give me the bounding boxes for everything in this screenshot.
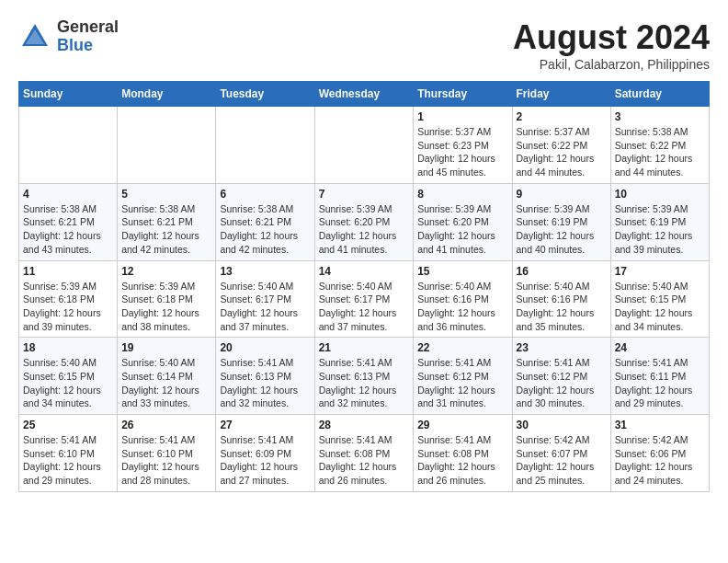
calendar-header: SundayMondayTuesdayWednesdayThursdayFrid… <box>19 82 710 107</box>
table-row: 22Sunrise: 5:41 AMSunset: 6:12 PMDayligh… <box>414 338 512 415</box>
day-number: 3 <box>615 110 705 123</box>
table-row <box>216 107 314 184</box>
day-info: Sunrise: 5:38 AMSunset: 6:21 PMDaylight:… <box>121 202 211 257</box>
day-number: 16 <box>517 265 607 278</box>
day-info: Sunrise: 5:41 AMSunset: 6:12 PMDaylight:… <box>417 356 507 410</box>
day-number: 15 <box>417 265 507 278</box>
day-number: 17 <box>615 265 705 278</box>
header-saturday: Saturday <box>610 82 709 107</box>
day-number: 5 <box>121 188 211 201</box>
day-number: 12 <box>121 265 211 278</box>
week-row-3: 11Sunrise: 5:39 AMSunset: 6:18 PMDayligh… <box>19 260 710 338</box>
logo-general-text: General <box>57 18 119 37</box>
calendar-table: SundayMondayTuesdayWednesdayThursdayFrid… <box>18 81 710 492</box>
day-info: Sunrise: 5:38 AMSunset: 6:21 PMDaylight:… <box>220 202 310 257</box>
day-info: Sunrise: 5:38 AMSunset: 6:22 PMDaylight:… <box>615 125 705 179</box>
table-row: 14Sunrise: 5:40 AMSunset: 6:17 PMDayligh… <box>314 260 414 338</box>
day-number: 21 <box>319 341 410 354</box>
day-number: 31 <box>615 419 705 431</box>
table-row: 11Sunrise: 5:39 AMSunset: 6:18 PMDayligh… <box>19 260 118 338</box>
logo-text: General Blue <box>57 18 119 55</box>
day-info: Sunrise: 5:40 AMSunset: 6:15 PMDaylight:… <box>23 356 113 410</box>
day-number: 22 <box>417 341 507 354</box>
day-number: 8 <box>417 188 507 201</box>
header-friday: Friday <box>512 82 610 107</box>
day-number: 9 <box>517 188 607 201</box>
day-info: Sunrise: 5:40 AMSunset: 6:16 PMDaylight:… <box>517 280 607 334</box>
table-row <box>314 107 414 184</box>
calendar-title: August 2024 <box>513 18 710 57</box>
day-info: Sunrise: 5:40 AMSunset: 6:17 PMDaylight:… <box>319 280 410 334</box>
day-number: 4 <box>23 188 113 201</box>
table-row: 30Sunrise: 5:42 AMSunset: 6:07 PMDayligh… <box>512 415 610 492</box>
day-number: 7 <box>319 188 410 201</box>
day-number: 23 <box>517 341 607 354</box>
table-row: 4Sunrise: 5:38 AMSunset: 6:21 PMDaylight… <box>19 183 118 260</box>
table-row: 15Sunrise: 5:40 AMSunset: 6:16 PMDayligh… <box>414 260 512 338</box>
day-info: Sunrise: 5:39 AMSunset: 6:18 PMDaylight:… <box>121 280 211 334</box>
table-row: 12Sunrise: 5:39 AMSunset: 6:18 PMDayligh… <box>118 260 216 338</box>
header-sunday: Sunday <box>19 82 118 107</box>
day-info: Sunrise: 5:41 AMSunset: 6:12 PMDaylight:… <box>517 356 607 410</box>
table-row: 13Sunrise: 5:40 AMSunset: 6:17 PMDayligh… <box>216 260 314 338</box>
logo-icon <box>18 20 51 53</box>
day-number: 18 <box>23 341 113 354</box>
day-number: 14 <box>319 265 410 278</box>
table-row <box>19 107 118 184</box>
day-info: Sunrise: 5:41 AMSunset: 6:11 PMDaylight:… <box>615 356 705 410</box>
table-row: 20Sunrise: 5:41 AMSunset: 6:13 PMDayligh… <box>216 338 314 415</box>
table-row: 18Sunrise: 5:40 AMSunset: 6:15 PMDayligh… <box>19 338 118 415</box>
day-number: 6 <box>220 188 310 201</box>
table-row <box>118 107 216 184</box>
table-row: 23Sunrise: 5:41 AMSunset: 6:12 PMDayligh… <box>512 338 610 415</box>
header-wednesday: Wednesday <box>314 82 414 107</box>
logo-blue-text: Blue <box>57 37 119 55</box>
table-row: 6Sunrise: 5:38 AMSunset: 6:21 PMDaylight… <box>216 183 314 260</box>
day-info: Sunrise: 5:41 AMSunset: 6:10 PMDaylight:… <box>121 433 211 488</box>
day-number: 25 <box>23 419 113 431</box>
day-header-row: SundayMondayTuesdayWednesdayThursdayFrid… <box>19 82 710 107</box>
table-row: 17Sunrise: 5:40 AMSunset: 6:15 PMDayligh… <box>610 260 709 338</box>
table-row: 28Sunrise: 5:41 AMSunset: 6:08 PMDayligh… <box>314 415 414 492</box>
day-info: Sunrise: 5:42 AMSunset: 6:07 PMDaylight:… <box>517 433 607 488</box>
calendar-subtitle: Pakil, Calabarzon, Philippines <box>513 57 710 72</box>
day-info: Sunrise: 5:41 AMSunset: 6:13 PMDaylight:… <box>319 356 410 410</box>
day-info: Sunrise: 5:39 AMSunset: 6:18 PMDaylight:… <box>23 280 113 334</box>
day-number: 24 <box>615 341 705 354</box>
day-info: Sunrise: 5:37 AMSunset: 6:22 PMDaylight:… <box>517 125 607 179</box>
day-info: Sunrise: 5:41 AMSunset: 6:10 PMDaylight:… <box>23 433 113 488</box>
table-row: 3Sunrise: 5:38 AMSunset: 6:22 PMDaylight… <box>610 107 709 184</box>
header-tuesday: Tuesday <box>216 82 314 107</box>
week-row-1: 1Sunrise: 5:37 AMSunset: 6:23 PMDaylight… <box>19 107 710 184</box>
table-row: 9Sunrise: 5:39 AMSunset: 6:19 PMDaylight… <box>512 183 610 260</box>
day-number: 2 <box>517 110 607 123</box>
day-number: 27 <box>220 419 310 431</box>
table-row: 2Sunrise: 5:37 AMSunset: 6:22 PMDaylight… <box>512 107 610 184</box>
table-row: 21Sunrise: 5:41 AMSunset: 6:13 PMDayligh… <box>314 338 414 415</box>
day-number: 10 <box>615 188 705 201</box>
table-row: 8Sunrise: 5:39 AMSunset: 6:20 PMDaylight… <box>414 183 512 260</box>
table-row: 31Sunrise: 5:42 AMSunset: 6:06 PMDayligh… <box>610 415 709 492</box>
day-info: Sunrise: 5:40 AMSunset: 6:14 PMDaylight:… <box>121 356 211 410</box>
day-info: Sunrise: 5:39 AMSunset: 6:20 PMDaylight:… <box>417 202 507 257</box>
calendar-body: 1Sunrise: 5:37 AMSunset: 6:23 PMDaylight… <box>19 107 710 492</box>
day-info: Sunrise: 5:41 AMSunset: 6:08 PMDaylight:… <box>417 433 507 488</box>
week-row-2: 4Sunrise: 5:38 AMSunset: 6:21 PMDaylight… <box>19 183 710 260</box>
header-monday: Monday <box>118 82 216 107</box>
table-row: 5Sunrise: 5:38 AMSunset: 6:21 PMDaylight… <box>118 183 216 260</box>
day-number: 26 <box>121 419 211 431</box>
day-info: Sunrise: 5:38 AMSunset: 6:21 PMDaylight:… <box>23 202 113 257</box>
day-info: Sunrise: 5:41 AMSunset: 6:09 PMDaylight:… <box>220 433 310 488</box>
day-number: 13 <box>220 265 310 278</box>
page-header: General Blue August 2024 Pakil, Calabarz… <box>18 18 710 72</box>
day-number: 28 <box>319 419 410 431</box>
day-info: Sunrise: 5:42 AMSunset: 6:06 PMDaylight:… <box>615 433 705 488</box>
day-number: 1 <box>417 110 507 123</box>
table-row: 1Sunrise: 5:37 AMSunset: 6:23 PMDaylight… <box>414 107 512 184</box>
table-row: 19Sunrise: 5:40 AMSunset: 6:14 PMDayligh… <box>118 338 216 415</box>
day-info: Sunrise: 5:39 AMSunset: 6:19 PMDaylight:… <box>615 202 705 257</box>
day-number: 29 <box>417 419 507 431</box>
week-row-4: 18Sunrise: 5:40 AMSunset: 6:15 PMDayligh… <box>19 338 710 415</box>
table-row: 24Sunrise: 5:41 AMSunset: 6:11 PMDayligh… <box>610 338 709 415</box>
day-info: Sunrise: 5:40 AMSunset: 6:17 PMDaylight:… <box>220 280 310 334</box>
